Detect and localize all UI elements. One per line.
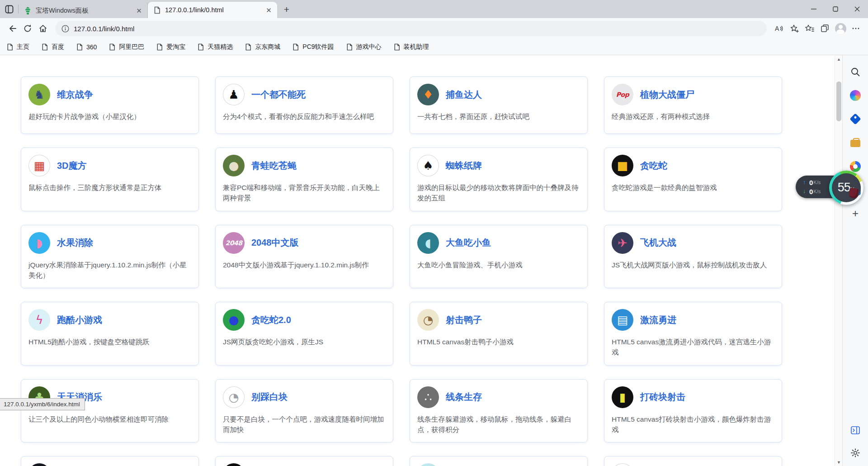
game-title-link[interactable]: 贪吃蛇 xyxy=(640,160,667,172)
read-aloud-button[interactable]: A xyxy=(771,21,787,36)
tab-actions-icon xyxy=(5,5,14,14)
game-title-link[interactable]: 别踩白块 xyxy=(251,391,288,403)
game-description: 线条生存躲避游戏，移动鼠标，拖动线条，躲避白点，获得积分 xyxy=(417,414,580,435)
address-bar[interactable]: 127.0.0.1/link/0.html xyxy=(55,21,767,36)
game-description: 游戏的目标以最少的移动次数将牌面中的十叠牌及待发的五组 xyxy=(417,182,580,204)
bookmark-item[interactable]: 阿里巴巴 xyxy=(108,41,144,53)
bookmark-item[interactable]: 装机助理 xyxy=(393,41,429,53)
game-title-link[interactable]: 2048中文版 xyxy=(251,237,299,249)
new-tab-button[interactable]: + xyxy=(280,3,293,16)
tools-button[interactable] xyxy=(849,137,862,150)
game-title-link[interactable]: 线条生存 xyxy=(446,391,482,403)
game-title-link[interactable]: 蜘蛛纸牌 xyxy=(446,160,482,172)
game-title-link[interactable]: 维京战争 xyxy=(57,89,93,101)
game-title-link[interactable]: 植物大战僵尸 xyxy=(640,89,694,101)
game-title-link[interactable]: 跑酷小游戏 xyxy=(57,314,102,326)
info-icon[interactable] xyxy=(61,25,69,33)
search-button[interactable] xyxy=(849,65,862,79)
game-card: ▙ 俄罗斯方块 xyxy=(604,456,782,466)
game-card: ◗ 水果消除 jQuery水果消除基于jquery.1.10.2.min.js制… xyxy=(21,225,199,289)
game-card: ◔ 射击鸭子 HTML5 canvas射击鸭子小游戏 xyxy=(410,302,588,366)
main-area: ♞ 维京战争 超好玩的卡片战争游戏（小星汉化） ♟ 一个都不能死 分为4个模式，… xyxy=(0,55,868,466)
game-icon: ∴ xyxy=(417,386,439,408)
bookmark-item[interactable]: 爱淘宝 xyxy=(156,41,185,53)
profile-button[interactable] xyxy=(833,21,848,36)
maximize-icon xyxy=(833,6,838,12)
collections-button[interactable] xyxy=(817,21,833,36)
game-title-link[interactable]: 水果消除 xyxy=(57,237,93,249)
collections-icon xyxy=(821,24,830,33)
tab-baota[interactable]: 宝塔Windows面板 ✕ xyxy=(19,3,148,18)
game-card-header: ▮ 打砖块射击 xyxy=(612,386,774,408)
game-card-header: 2048 2048中文版 xyxy=(223,232,386,254)
back-button[interactable] xyxy=(5,21,20,36)
game-icon: ■ xyxy=(612,155,633,176)
game-title-link[interactable]: 3D魔方 xyxy=(57,160,87,172)
game-title-link[interactable]: 大鱼吃小鱼 xyxy=(446,237,491,249)
game-card-header: ♦ 捕鱼达人 xyxy=(417,84,580,105)
favorites-button[interactable] xyxy=(802,21,817,36)
game-title-link[interactable]: 打砖块射击 xyxy=(640,391,685,403)
bookmark-item[interactable]: 天猫精选 xyxy=(197,41,233,53)
game-title-link[interactable]: 射击鸭子 xyxy=(446,314,482,326)
game-icon: ● xyxy=(223,309,245,331)
game-title-link[interactable]: 一个都不能死 xyxy=(251,89,306,101)
bookmark-item[interactable]: 360 xyxy=(76,41,97,53)
page-icon xyxy=(245,43,252,51)
minimize-button[interactable] xyxy=(803,0,825,18)
bookmark-item[interactable]: PC9软件园 xyxy=(292,41,334,53)
acceleration-ball[interactable]: 55 % xyxy=(829,171,863,205)
game-title-link[interactable]: 飞机大战 xyxy=(640,237,676,249)
status-url-tooltip: 127.0.0.1/yxmb/6/index.html xyxy=(0,398,85,410)
game-description: 大鱼吃小鱼冒险游戏、手机小游戏 xyxy=(417,260,580,270)
bookmark-item[interactable]: 主页 xyxy=(6,41,29,53)
game-card-header: ● 青蛙吃苍蝇 xyxy=(223,155,386,176)
game-title-link[interactable]: 贪吃蛇2.0 xyxy=(251,314,291,326)
page-scrollbar[interactable]: ▲ ▼ xyxy=(835,55,842,466)
game-icon: ◔ xyxy=(417,309,439,331)
add-sidebar-item-button[interactable]: + xyxy=(849,207,862,220)
game-title-link[interactable]: 激流勇进 xyxy=(640,314,676,326)
game-card: ▮ 打砖块射击 HTML5 canvas打砖块射击小游戏，颜色爆炸射击游戏 xyxy=(604,379,782,443)
tab-current[interactable]: 127.0.0.1/link/0.html ✕ xyxy=(148,2,277,18)
game-title-link[interactable]: 捕鱼达人 xyxy=(446,89,482,101)
close-window-button[interactable] xyxy=(846,0,868,18)
bookmark-item[interactable]: 百度 xyxy=(41,41,64,53)
game-description: JS网页版贪吃蛇小游戏，原生JS xyxy=(223,337,386,347)
page-icon xyxy=(346,43,353,51)
shopping-button[interactable] xyxy=(849,112,862,126)
game-description: HTML5 canvas激流勇进小游戏代码，迷宫逃生小游戏 xyxy=(612,337,774,358)
download-arrow-icon: ↓ xyxy=(803,188,809,195)
scroll-down-icon[interactable]: ▼ xyxy=(835,458,843,466)
bookmark-item[interactable]: 京东商城 xyxy=(245,41,280,53)
game-card-header: ✈ 飞机大战 xyxy=(612,232,774,254)
tab-actions-button[interactable] xyxy=(0,0,18,18)
refresh-button[interactable] xyxy=(20,21,35,36)
game-description: 只要不是白块，一个个点吧，游戏速度随着时间增加而加快 xyxy=(223,414,386,435)
bookmark-label: 天猫精选 xyxy=(208,43,233,51)
more-menu-button[interactable] xyxy=(848,21,863,36)
bookmark-item[interactable]: 游戏中心 xyxy=(346,41,382,53)
game-card: ● 贪吃蛇2.0 JS网页版贪吃蛇小游戏，原生JS xyxy=(215,302,393,366)
close-tab-icon[interactable]: ✕ xyxy=(135,7,143,14)
game-card-header: ▤ 激流勇进 xyxy=(612,309,774,331)
scrollbar-thumb[interactable] xyxy=(836,81,841,121)
game-description: 2048中文版小游戏基于jquery.1.10.2.min.js制作 xyxy=(223,260,386,270)
add-favorite-button[interactable] xyxy=(787,21,802,36)
close-tab-icon[interactable]: ✕ xyxy=(265,6,273,14)
scroll-up-icon[interactable]: ▲ xyxy=(835,55,843,63)
read-aloud-icon: A xyxy=(774,24,784,33)
url-text: 127.0.0.1/link/0.html xyxy=(74,25,134,33)
page-icon xyxy=(292,43,299,51)
copilot-button[interactable] xyxy=(849,89,862,102)
baota-pagoda-icon xyxy=(24,7,32,14)
sidebar-settings-button[interactable] xyxy=(849,446,862,460)
game-card-header: ♟ 一个都不能死 xyxy=(223,84,386,105)
bookmark-label: 京东商城 xyxy=(255,43,280,51)
upload-arrow-icon: ↑ xyxy=(803,179,809,185)
home-button[interactable] xyxy=(35,21,51,36)
maximize-button[interactable] xyxy=(825,0,846,18)
profile-avatar xyxy=(835,23,846,34)
game-title-link[interactable]: 青蛙吃苍蝇 xyxy=(251,160,297,172)
open-sidebar-button[interactable] xyxy=(849,423,862,437)
